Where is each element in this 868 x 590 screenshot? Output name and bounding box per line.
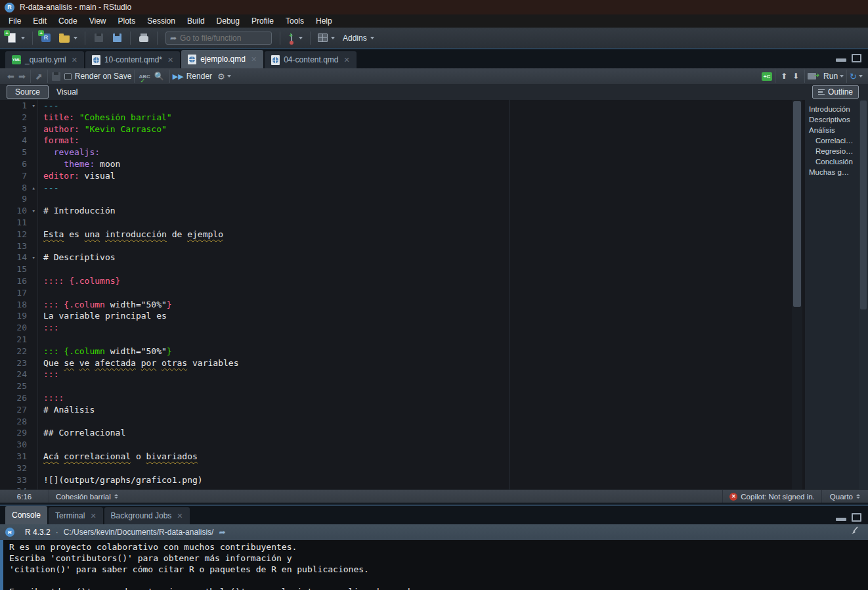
source-mode-button[interactable]: Source [7, 85, 49, 99]
fold-open-icon[interactable]: ▾ [32, 101, 35, 112]
outline-scrollbar-thumb[interactable] [860, 101, 867, 309]
print-button[interactable] [136, 31, 152, 45]
menu-item-profile[interactable]: Profile [246, 15, 280, 27]
code-line[interactable]: 10▾# Introducción [0, 205, 791, 217]
code-line[interactable]: 11 [0, 217, 791, 229]
popout-window-icon[interactable]: ⬈ [33, 72, 45, 81]
clear-console-icon[interactable] [850, 526, 860, 539]
section-dropdown[interactable]: Cohesión barrial [49, 493, 125, 501]
console-tab-background-jobs[interactable]: Background Jobs✕ [104, 507, 190, 524]
menu-item-build[interactable]: Build [181, 15, 211, 27]
document-mode-dropdown[interactable]: Quarto [821, 490, 868, 503]
minimize-pane-icon[interactable] [836, 513, 846, 521]
console-tab-terminal[interactable]: Terminal✕ [49, 507, 103, 524]
save-button[interactable] [91, 31, 106, 45]
fold-close-icon[interactable]: ▴ [32, 183, 35, 194]
editor-scrollbar[interactable] [792, 100, 802, 489]
close-icon[interactable]: ✕ [251, 55, 257, 64]
close-icon[interactable]: ✕ [90, 512, 96, 520]
visual-mode-button[interactable]: Visual [49, 86, 85, 98]
code-line[interactable]: 33![](output/graphs/grafico1.png) [0, 474, 791, 486]
code-line[interactable]: 4format: [0, 135, 791, 147]
editor-tab-04-content-qmd[interactable]: 04-content.qmd✕ [265, 51, 357, 68]
search-icon[interactable]: 🔍 [152, 72, 167, 81]
outline-toggle-button[interactable]: Outline [812, 85, 859, 99]
menu-item-session[interactable]: Session [141, 15, 181, 27]
close-icon[interactable]: ✕ [167, 56, 173, 64]
menu-item-debug[interactable]: Debug [211, 15, 246, 27]
fold-open-icon[interactable]: ▾ [32, 206, 35, 217]
editor-tab-10-content-qmd-[interactable]: 10-content.qmd*✕ [85, 51, 180, 68]
code-line[interactable]: 7editor: visual [0, 170, 791, 182]
code-line[interactable]: 26:::: [0, 392, 791, 404]
code-line[interactable]: 24::: [0, 369, 791, 380]
close-icon[interactable]: ✕ [177, 512, 183, 520]
r-version[interactable]: R 4.3.2 [25, 528, 51, 537]
menu-item-plots[interactable]: Plots [112, 15, 142, 27]
menu-item-view[interactable]: View [83, 15, 112, 27]
menu-item-code[interactable]: Code [53, 15, 83, 27]
goto-file-input[interactable] [180, 34, 259, 43]
code-line[interactable]: 3author: "Kevin Carrasco" [0, 124, 791, 135]
code-line[interactable]: 29## Correlacional [0, 427, 791, 439]
code-line[interactable]: 23Que se ve afectada por otras variables [0, 357, 791, 369]
code-line[interactable]: 19La variable principal es [0, 310, 791, 322]
outline-scrollbar[interactable] [859, 100, 868, 489]
save-all-button[interactable] [109, 31, 125, 45]
code-line[interactable]: 22::: {.column width="50%"} [0, 346, 791, 357]
run-previous-icon[interactable]: ⬆ [778, 72, 790, 81]
code-line[interactable]: 9 [0, 193, 791, 205]
run-button[interactable]: Run [823, 72, 838, 81]
code-line[interactable]: 20::: [0, 322, 791, 334]
code-line[interactable]: 28 [0, 416, 791, 428]
run-next-icon[interactable]: ⬇ [790, 72, 802, 81]
insert-chunk-icon[interactable]: +C [762, 72, 772, 81]
code-line[interactable]: 8▴--- [0, 182, 791, 194]
cursor-position[interactable]: 6:16 [0, 490, 49, 503]
editor-tab-ejemplo-qmd[interactable]: ejemplo.qmd✕ [181, 50, 263, 68]
code-line[interactable]: 12Esta es una introducción de ejemplo [0, 229, 791, 240]
menu-item-tools[interactable]: Tools [280, 15, 310, 27]
code-line[interactable]: 27# Análisis [0, 404, 791, 416]
menu-item-edit[interactable]: Edit [27, 15, 53, 27]
spellcheck-icon[interactable]: ABC [137, 74, 151, 79]
code-line[interactable]: 6 theme: moon [0, 158, 791, 170]
working-directory[interactable]: C:/Users/kevin/Documents/R-data-analisis… [64, 528, 214, 537]
maximize-pane-icon[interactable] [852, 54, 861, 62]
code-line[interactable]: 32 [0, 463, 791, 474]
code-line[interactable]: 5 revealjs: [0, 147, 791, 158]
render-button[interactable]: Render [186, 72, 212, 81]
maximize-pane-icon[interactable] [852, 513, 861, 522]
code-line[interactable]: 13 [0, 240, 791, 252]
close-icon[interactable]: ✕ [344, 56, 350, 64]
menu-item-file[interactable]: File [3, 15, 27, 27]
back-icon[interactable]: ⬅ [5, 72, 16, 81]
render-on-save-checkbox[interactable] [64, 73, 72, 80]
workspace-panes-button[interactable] [316, 32, 337, 43]
goto-file-search[interactable]: ➦ [165, 32, 272, 45]
new-file-button[interactable]: + [4, 31, 27, 45]
code-line[interactable]: 1▾--- [0, 100, 791, 112]
code-line[interactable]: 15 [0, 263, 791, 275]
code-line[interactable]: 18::: {.column width="50%"} [0, 299, 791, 311]
forward-icon[interactable]: ➡ [16, 72, 28, 81]
editor-scrollbar-thumb[interactable] [793, 101, 801, 307]
console-output[interactable]: R es un proyecto colaborativo con muchos… [0, 540, 868, 590]
addins-button[interactable]: Addins [339, 32, 376, 44]
minimize-pane-icon[interactable] [836, 54, 846, 62]
code-editor[interactable]: 1▾---2title: "Cohesión barrial"3author: … [0, 100, 868, 489]
close-icon[interactable]: ✕ [72, 56, 77, 64]
code-line[interactable]: 31Acá correlacional o bivariados [0, 451, 791, 463]
menu-item-help[interactable]: Help [310, 15, 338, 27]
save-icon[interactable] [51, 70, 62, 82]
copilot-status[interactable]: ✕ Copilot: Not signed in. [722, 490, 821, 503]
code-line[interactable]: 14▾# Descriptivos [0, 252, 791, 263]
goto-directory-icon[interactable]: ➦ [219, 528, 225, 537]
code-line[interactable]: 21 [0, 334, 791, 346]
code-line[interactable]: 16:::: {.columns} [0, 275, 791, 287]
source-rerun-icon[interactable]: ↻ [850, 72, 857, 81]
code-line[interactable]: 2title: "Cohesión barrial" [0, 112, 791, 124]
code-line[interactable]: 17 [0, 287, 791, 299]
version-control-button[interactable]: + [286, 32, 305, 45]
fold-open-icon[interactable]: ▾ [32, 252, 35, 264]
